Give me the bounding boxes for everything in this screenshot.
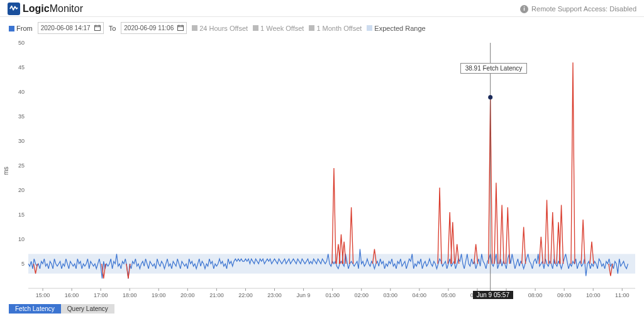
chart-area[interactable]: ms 510152025303540455015:0016:0017:0018:… bbox=[0, 37, 644, 314]
svg-text:10: 10 bbox=[18, 236, 25, 242]
option-1month[interactable]: 1 Month Offset bbox=[309, 25, 362, 32]
option-1week[interactable]: 1 Week Offset bbox=[253, 25, 304, 32]
brand-text: LogicMonitor bbox=[23, 3, 83, 14]
svg-text:20: 20 bbox=[18, 187, 25, 193]
support-label: Remote Support Access: Disabled bbox=[531, 5, 636, 13]
svg-text:5: 5 bbox=[21, 261, 25, 267]
svg-text:35: 35 bbox=[18, 113, 25, 120]
from-swatch: From bbox=[9, 25, 33, 32]
to-label: To bbox=[109, 25, 116, 32]
info-icon: i bbox=[520, 5, 528, 13]
svg-rect-0 bbox=[94, 25, 100, 30]
svg-text:50: 50 bbox=[18, 40, 25, 46]
svg-text:25: 25 bbox=[18, 162, 25, 169]
toolbar: From 2020-06-08 14:17 To 2020-06-09 11:0… bbox=[0, 17, 644, 37]
svg-text:15: 15 bbox=[18, 212, 25, 218]
svg-text:40: 40 bbox=[18, 89, 25, 95]
brand-logo: LogicMonitor bbox=[8, 3, 83, 15]
svg-text:21:00: 21:00 bbox=[209, 292, 224, 298]
svg-text:03:00: 03:00 bbox=[384, 292, 398, 298]
svg-text:15:00: 15:00 bbox=[36, 292, 50, 298]
svg-text:05:00: 05:00 bbox=[441, 292, 456, 298]
calendar-icon bbox=[177, 25, 184, 32]
calendar-icon bbox=[94, 25, 101, 32]
chart-tabs: Fetch Latency Query Latency bbox=[9, 304, 114, 314]
x-axis-hover-label: Jun 9 05:57 bbox=[473, 291, 513, 299]
svg-text:23:00: 23:00 bbox=[267, 292, 282, 298]
option-24h[interactable]: 24 Hours Offset bbox=[192, 25, 248, 32]
svg-text:30: 30 bbox=[18, 138, 25, 144]
svg-text:01:00: 01:00 bbox=[325, 292, 340, 298]
svg-text:17:00: 17:00 bbox=[94, 292, 108, 298]
tab-query-latency[interactable]: Query Latency bbox=[61, 304, 114, 314]
svg-text:16:00: 16:00 bbox=[65, 292, 79, 298]
logo-mark-icon bbox=[8, 3, 20, 15]
svg-text:09:00: 09:00 bbox=[557, 292, 572, 298]
line-chart[interactable]: 510152025303540455015:0016:0017:0018:001… bbox=[0, 37, 644, 314]
svg-text:11:00: 11:00 bbox=[615, 292, 630, 298]
svg-text:20:00: 20:00 bbox=[180, 292, 195, 298]
topbar: LogicMonitor i Remote Support Access: Di… bbox=[0, 0, 644, 17]
to-date-input[interactable]: 2020-06-09 11:06 bbox=[121, 22, 187, 34]
svg-point-62 bbox=[488, 95, 492, 99]
svg-text:45: 45 bbox=[18, 64, 25, 71]
tab-fetch-latency[interactable]: Fetch Latency bbox=[9, 304, 61, 314]
svg-text:10:00: 10:00 bbox=[586, 292, 601, 298]
svg-text:08:00: 08:00 bbox=[528, 292, 543, 298]
svg-rect-4 bbox=[178, 25, 184, 30]
svg-text:22:00: 22:00 bbox=[238, 292, 253, 298]
svg-text:02:00: 02:00 bbox=[354, 292, 369, 298]
from-date-input[interactable]: 2020-06-08 14:17 bbox=[38, 22, 104, 34]
svg-text:Jun 9: Jun 9 bbox=[297, 292, 311, 298]
svg-text:04:00: 04:00 bbox=[413, 292, 427, 298]
option-expected-range[interactable]: Expected Range bbox=[367, 25, 425, 32]
svg-text:19:00: 19:00 bbox=[152, 292, 166, 298]
tooltip: 38.91 Fetch Latency bbox=[460, 63, 528, 74]
support-status: i Remote Support Access: Disabled bbox=[520, 5, 636, 13]
svg-text:18:00: 18:00 bbox=[123, 292, 137, 298]
